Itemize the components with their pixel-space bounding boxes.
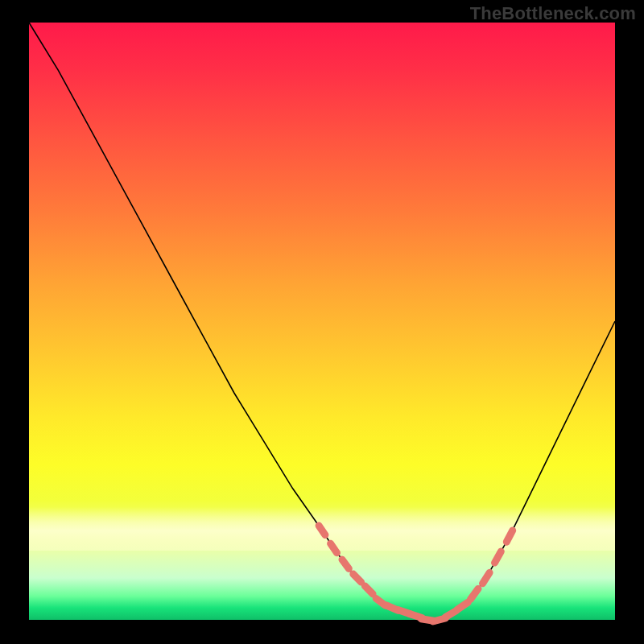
- curve-marker: [506, 530, 512, 542]
- curve-marker: [471, 588, 479, 599]
- curve-marker: [457, 602, 468, 609]
- chart-stage: TheBottleneck.com: [0, 0, 644, 644]
- curve-marker: [331, 543, 337, 553]
- curve-marker: [342, 559, 349, 568]
- curve-marker: [495, 551, 502, 563]
- bottleneck-curve: [29, 23, 615, 620]
- curve-marker: [483, 572, 490, 584]
- curve-marker: [319, 526, 325, 535]
- curve-marker: [365, 586, 373, 594]
- plot-area: [29, 23, 615, 620]
- curve-markers: [319, 526, 513, 621]
- curve-marker: [353, 574, 361, 582]
- watermark-label: TheBottleneck.com: [470, 3, 636, 24]
